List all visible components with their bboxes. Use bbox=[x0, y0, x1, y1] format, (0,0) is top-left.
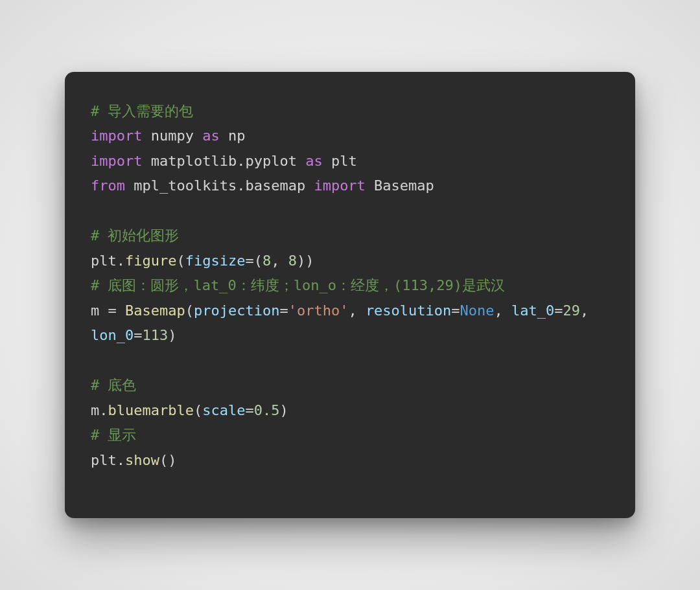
code-token: # 底图：圆形，lat_0：纬度；lon_o：经度，(113,29)是武汉 bbox=[91, 277, 505, 293]
code-token: matplotlib.pyplot bbox=[142, 153, 305, 169]
code-token: # 底色 bbox=[91, 377, 137, 393]
code-token: resolution bbox=[366, 302, 451, 319]
code-token: numpy bbox=[142, 128, 202, 144]
code-token: , bbox=[495, 302, 512, 319]
code-token: = bbox=[245, 402, 253, 418]
code-card: # 导入需要的包 import numpy as np import matpl… bbox=[65, 72, 635, 519]
code-token: = bbox=[554, 302, 563, 319]
code-token: Basemap bbox=[366, 177, 434, 194]
code-token: from bbox=[91, 177, 125, 194]
code-token: lat_0 bbox=[511, 302, 554, 319]
code-token: 29 bbox=[563, 302, 581, 319]
code-token: = bbox=[134, 327, 142, 343]
code-token: , bbox=[271, 253, 288, 269]
code-token: m. bbox=[91, 402, 108, 418]
code-token: Basemap bbox=[125, 302, 185, 319]
code-token: scale bbox=[202, 402, 245, 418]
code-token: 8 bbox=[288, 253, 297, 269]
code-token: import bbox=[91, 153, 142, 169]
code-token: None bbox=[460, 302, 495, 319]
code-token: import bbox=[314, 177, 365, 194]
code-token: figsize bbox=[185, 253, 246, 269]
code-token: = bbox=[451, 302, 460, 319]
code-token: projection bbox=[194, 302, 279, 319]
code-token: # 显示 bbox=[91, 427, 137, 443]
code-token: figure bbox=[125, 253, 176, 269]
code-token: , bbox=[348, 302, 366, 319]
code-token: ( bbox=[194, 402, 202, 418]
code-token: 113 bbox=[142, 327, 168, 343]
code-token: ( bbox=[185, 302, 194, 319]
code-token: np bbox=[220, 128, 246, 144]
code-token: , bbox=[580, 302, 598, 319]
code-token: show bbox=[125, 452, 159, 468]
code-token: as bbox=[202, 128, 220, 144]
code-token: () bbox=[159, 452, 177, 468]
code-token: 8 bbox=[262, 253, 271, 269]
code-token: import bbox=[91, 128, 142, 144]
code-token: =( bbox=[245, 253, 262, 269]
code-token: plt. bbox=[91, 452, 125, 468]
code-token: mpl_toolkits.basemap bbox=[125, 177, 314, 194]
code-token: 'ortho' bbox=[288, 302, 349, 319]
code-token: ( bbox=[176, 253, 185, 269]
code-token: ) bbox=[168, 327, 176, 343]
code-token: plt bbox=[323, 153, 357, 169]
code-block: # 导入需要的包 import numpy as np import matpl… bbox=[91, 99, 609, 473]
code-token: as bbox=[305, 153, 323, 169]
code-token: = bbox=[279, 302, 288, 319]
code-token: bluemarble bbox=[108, 402, 194, 418]
code-token: m = bbox=[91, 302, 125, 319]
code-token: ) bbox=[279, 402, 288, 418]
code-token: # 导入需要的包 bbox=[91, 103, 194, 119]
code-token: # 初始化图形 bbox=[91, 227, 180, 244]
code-token: plt. bbox=[91, 253, 125, 269]
code-token: 0.5 bbox=[254, 402, 280, 418]
code-token: )) bbox=[297, 253, 314, 269]
code-token: lon_0 bbox=[91, 327, 134, 343]
